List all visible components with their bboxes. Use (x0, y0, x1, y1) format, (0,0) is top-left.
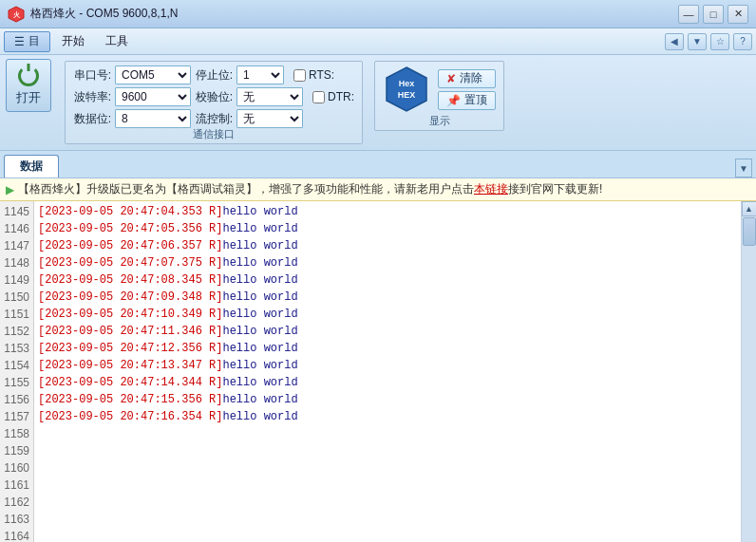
dtr-label: DTR: (312, 90, 354, 103)
line-number: 1151 (4, 306, 29, 323)
scroll-track[interactable] (742, 216, 757, 542)
hex-icon-container: Hex HEX (383, 65, 430, 113)
data-area: 1145114611471148114911501151115211531154… (0, 201, 756, 542)
svg-marker-2 (387, 67, 426, 111)
open-port-button[interactable]: 打开 (6, 59, 51, 112)
log-data: hello world (222, 408, 297, 425)
log-data: hello world (222, 391, 297, 408)
log-entry: [2023-09-05 20:47:08.345 R] hello world (38, 271, 737, 289)
rts-checkbox[interactable] (293, 69, 306, 82)
log-entry: [2023-09-05 20:47:07.375 R] hello world (38, 254, 737, 271)
hex-icon: Hex HEX (383, 65, 430, 113)
title-bar-left: 火 格西烽火 - COM5 9600,8,1,N (8, 6, 178, 23)
line-number: 1158 (4, 425, 29, 442)
nav-star-button[interactable]: ☆ (710, 33, 729, 50)
line-numbers: 1145114611471148114911501151115211531154… (0, 201, 34, 542)
log-data: hello world (222, 289, 297, 306)
menu-main-button[interactable]: ☰ 目 (4, 31, 50, 52)
log-content: [2023-09-05 20:47:04.353 R] hello world[… (34, 201, 741, 542)
nav-down-button[interactable]: ▼ (688, 33, 707, 50)
notice-icon: ▶ (6, 183, 14, 196)
reset-top-button[interactable]: 📌 置顶 (438, 91, 496, 110)
log-timestamp: [2023-09-05 20:47:12.356 R] (38, 340, 222, 357)
notice-text: 【格西烽火】升级版已更名为【格西调试箱灵】，增强了多项功能和性能，请新老用户点击… (18, 181, 602, 197)
line-number: 1163 (4, 511, 29, 528)
dtr-checkbox[interactable] (312, 91, 325, 103)
tab-data[interactable]: 数据 (4, 155, 59, 178)
port-row: 串口号: COM5 COM1 COM3 停止位: 1 2 RTS: (73, 65, 354, 84)
log-entry: [2023-09-05 20:47:04.353 R] hello world (38, 203, 737, 220)
log-data: hello world (222, 306, 297, 323)
app-icon: 火 (8, 6, 25, 23)
log-timestamp: [2023-09-05 20:47:04.353 R] (38, 203, 222, 220)
log-entry: [2023-09-05 20:47:10.349 R] hello world (38, 306, 737, 323)
log-data: hello world (222, 323, 297, 340)
scroll-thumb[interactable] (743, 217, 756, 246)
line-number: 1154 (4, 357, 29, 374)
menu-item-start[interactable]: 开始 (52, 31, 94, 52)
log-data: hello world (222, 271, 297, 289)
close-button[interactable]: ✕ (728, 5, 748, 24)
parity-label: 校验位: (195, 89, 233, 105)
maximize-button[interactable]: □ (703, 5, 724, 24)
notice-link[interactable]: 本链接 (474, 182, 508, 196)
display-group: Hex HEX ✘ 清除 📌 置顶 显示 (374, 61, 504, 131)
log-entry: [2023-09-05 20:47:13.347 R] hello world (38, 357, 737, 374)
data-bits-row: 数据位: 8 7 流控制: 无 软件 硬件 (73, 109, 354, 128)
minimize-button[interactable]: — (678, 5, 699, 24)
line-number: 1155 (4, 374, 29, 391)
action-buttons: ✘ 清除 📌 置顶 (438, 69, 496, 110)
flow-select[interactable]: 无 软件 硬件 (236, 109, 303, 128)
comm-section-label: 通信接口 (193, 127, 235, 141)
tab-dropdown-button[interactable]: ▼ (735, 159, 752, 178)
log-entry: [2023-09-05 20:47:06.357 R] hello world (38, 237, 737, 254)
menu-bar: ☰ 目 开始 工具 ◀ ▼ ☆ ? (0, 28, 756, 55)
display-section-label: 显示 (429, 114, 450, 128)
line-number: 1161 (4, 477, 29, 494)
log-data: hello world (222, 254, 297, 271)
rts-label: RTS: (293, 68, 334, 82)
stop-bits-select[interactable]: 1 2 (236, 65, 284, 84)
log-data: hello world (222, 374, 297, 391)
line-number: 1153 (4, 340, 29, 357)
baud-row: 波特率: 9600 115200 4800 校验位: 无 奇 偶 DTR: (73, 87, 354, 106)
port-select[interactable]: COM5 COM1 COM3 (115, 65, 191, 84)
vertical-scrollbar: ▲ ▼ (741, 201, 756, 542)
menu-icon: ☰ (14, 35, 25, 48)
line-number: 1148 (4, 254, 29, 271)
tab-bar: 数据 ▼ (0, 151, 756, 178)
log-timestamp: [2023-09-05 20:47:13.347 R] (38, 357, 222, 374)
log-entry: [2023-09-05 20:47:12.356 R] hello world (38, 340, 737, 357)
menu-item-tools[interactable]: 工具 (96, 31, 138, 52)
log-entry: [2023-09-05 20:47:11.346 R] hello world (38, 323, 737, 340)
line-number: 1164 (4, 528, 29, 542)
nav-back-button[interactable]: ◀ (665, 33, 684, 50)
comm-settings-group: 串口号: COM5 COM1 COM3 停止位: 1 2 RTS: (65, 61, 363, 144)
title-bar: 火 格西烽火 - COM5 9600,8,1,N — □ ✕ (0, 0, 756, 28)
open-button-label: 打开 (16, 89, 41, 106)
log-entry: [2023-09-05 20:47:14.344 R] hello world (38, 374, 737, 391)
log-data: hello world (222, 357, 297, 374)
clear-button[interactable]: ✘ 清除 (438, 69, 496, 88)
line-number: 1149 (4, 271, 29, 289)
log-entry: [2023-09-05 20:47:05.356 R] hello world (38, 220, 737, 237)
log-timestamp: [2023-09-05 20:47:05.356 R] (38, 220, 222, 237)
log-timestamp: [2023-09-05 20:47:16.354 R] (38, 408, 222, 425)
svg-text:HEX: HEX (398, 90, 416, 100)
data-bits-select[interactable]: 8 7 (115, 109, 191, 128)
line-number: 1157 (4, 408, 29, 425)
data-bits-label: 数据位: (73, 111, 111, 127)
line-number: 1160 (4, 459, 29, 477)
rts-group: RTS: (293, 68, 334, 82)
line-number: 1162 (4, 494, 29, 511)
svg-text:Hex: Hex (399, 79, 415, 88)
parity-select[interactable]: 无 奇 偶 (236, 87, 303, 106)
stop-bits-label: 停止位: (195, 67, 233, 84)
line-number: 1156 (4, 391, 29, 408)
log-timestamp: [2023-09-05 20:47:06.357 R] (38, 237, 222, 254)
baud-select[interactable]: 9600 115200 4800 (115, 87, 191, 106)
line-number: 1152 (4, 323, 29, 340)
scroll-up-button[interactable]: ▲ (742, 201, 757, 216)
log-timestamp: [2023-09-05 20:47:07.375 R] (38, 254, 222, 271)
nav-help-button[interactable]: ? (733, 33, 752, 50)
